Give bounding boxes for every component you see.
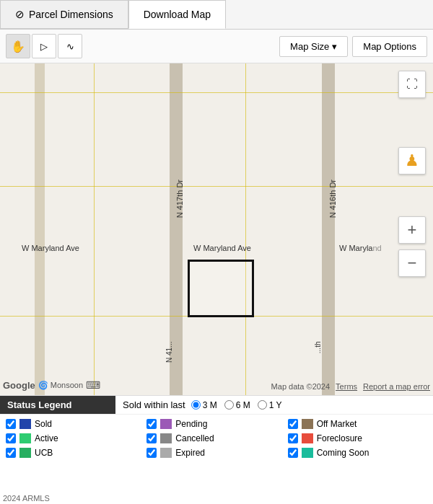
- radio-6m-label: 6 M: [236, 400, 250, 410]
- radio-1y-label: 1 Y: [269, 400, 282, 410]
- legend-label-ucb: UCB: [35, 448, 53, 458]
- legend-cb-expired[interactable]: [146, 448, 157, 458]
- map-data-text: Map data ©2024: [271, 382, 331, 391]
- sold-radio-group: 3 M 6 M 1 Y: [191, 400, 282, 410]
- map-block-mid2: [183, 63, 323, 395]
- street-label-417-bottom: N 41...: [165, 342, 173, 363]
- legend-cb-coming_soon[interactable]: [288, 448, 298, 458]
- legend-label-off_market: Off Market: [317, 419, 357, 429]
- street-label-417th: N 417th Dr: [175, 180, 184, 218]
- tool-group: ✋ ▷ ∿: [6, 34, 82, 58]
- legend-cb-active[interactable]: [6, 433, 16, 443]
- street-v-left1: [35, 63, 45, 395]
- legend-label-cancelled: Cancelled: [175, 433, 214, 443]
- map-data-bar: Map data ©2024 Terms Report a map error: [271, 382, 430, 391]
- map-block-mid1: [45, 63, 171, 395]
- map-options-label: Map Options: [363, 41, 416, 52]
- map-container: W Maryland Ave W Maryland Ave W Maryland…: [0, 63, 433, 395]
- legend-color-cancelled: [160, 433, 172, 443]
- legend-color-expired: [160, 448, 172, 458]
- legend-label-sold: Sold: [35, 419, 52, 429]
- draw-tool-button[interactable]: ∿: [58, 34, 82, 58]
- no-icon: ⊘: [15, 8, 25, 21]
- radio-6m-input[interactable]: [224, 400, 234, 410]
- map-block-left: [0, 63, 36, 395]
- report-error-link[interactable]: Report a map error: [363, 382, 430, 391]
- map-options-button[interactable]: Map Options: [352, 36, 427, 57]
- street-label-maryland-left: W Maryland Ave: [22, 244, 79, 252]
- sold-filter-label: Sold within last: [123, 399, 185, 410]
- legend-color-foreclosure: [302, 433, 313, 443]
- toolbar: ✋ ▷ ∿ Map Size ▾ Map Options: [0, 30, 433, 63]
- legend-color-active: [19, 433, 31, 443]
- legend-cb-off_market[interactable]: [288, 419, 298, 429]
- select-icon: ▷: [40, 41, 48, 52]
- block-line: [245, 63, 246, 395]
- legend-label-foreclosure: Foreclosure: [317, 433, 362, 443]
- legend-header-label: Status Legend: [0, 396, 115, 414]
- radio-3m[interactable]: 3 M: [191, 400, 217, 410]
- legend-item-ucb: UCB: [6, 446, 145, 459]
- tab-parcel-dimensions[interactable]: ⊘ Parcel Dimensions: [0, 0, 128, 29]
- map-size-label: Map Size: [290, 41, 329, 52]
- draw-icon: ∿: [66, 41, 74, 52]
- zoom-out-icon: −: [408, 254, 417, 273]
- block-line: [94, 63, 95, 395]
- radio-1y[interactable]: 1 Y: [258, 400, 282, 410]
- legend-color-sold: [19, 419, 31, 429]
- radio-6m[interactable]: 6 M: [224, 400, 250, 410]
- legend-item-active: Active: [6, 432, 145, 445]
- legend-item-off_market: Off Market: [288, 417, 427, 430]
- legend-color-coming_soon: [302, 448, 313, 458]
- zoom-out-button[interactable]: −: [398, 249, 426, 277]
- radio-3m-label: 3 M: [203, 400, 217, 410]
- legend-label-coming_soon: Coming Soon: [317, 448, 369, 458]
- toolbar-right: Map Size ▾ Map Options: [279, 36, 427, 57]
- block-line: [0, 92, 433, 93]
- legend-items-grid: Sold Pending Off Market Active Cancelled…: [0, 415, 433, 462]
- street-label-jd: ...th: [314, 342, 322, 354]
- select-tool-button[interactable]: ▷: [32, 34, 56, 58]
- legend-item-cancelled: Cancelled: [146, 432, 286, 445]
- legend-cb-ucb[interactable]: [6, 448, 16, 458]
- google-logo: Google: [3, 380, 35, 391]
- legend-label-active: Active: [35, 433, 58, 443]
- legend-label-pending: Pending: [175, 419, 207, 429]
- block-line: [0, 186, 433, 187]
- pan-tool-button[interactable]: ✋: [6, 34, 30, 58]
- legend-item-coming_soon: Coming Soon: [288, 446, 427, 459]
- keyboard-icon: ⌨: [86, 379, 100, 391]
- legend-cb-cancelled[interactable]: [146, 433, 157, 443]
- fullscreen-button[interactable]: ⛶: [398, 71, 426, 98]
- parcel-highlight-box: [188, 260, 254, 317]
- legend-cb-pending[interactable]: [146, 419, 157, 429]
- watermark: 2024 ARMLS: [0, 492, 53, 504]
- street-label-416th: N 416th Dr: [328, 180, 337, 218]
- tab-parcel-label: Parcel Dimensions: [29, 9, 113, 20]
- legend-item-expired: Expired: [146, 446, 286, 459]
- map-attribution: Google 🌀 Monsoon ⌨: [3, 379, 100, 391]
- pegman-button[interactable]: ♟: [398, 147, 426, 174]
- legend-color-ucb: [19, 448, 31, 458]
- pegman-icon: ♟: [405, 151, 419, 170]
- radio-1y-input[interactable]: [258, 400, 267, 410]
- legend-item-foreclosure: Foreclosure: [288, 432, 427, 445]
- radio-3m-input[interactable]: [191, 400, 201, 410]
- legend-item-pending: Pending: [146, 417, 286, 430]
- terms-link[interactable]: Terms: [336, 382, 357, 391]
- tab-download-map[interactable]: Download Map: [128, 0, 226, 29]
- legend-cb-foreclosure[interactable]: [288, 433, 298, 443]
- top-tabs: ⊘ Parcel Dimensions Download Map: [0, 0, 433, 30]
- street-label-maryland-right: W Maryland: [339, 244, 382, 252]
- map-controls: ⛶ ♟ + −: [398, 71, 426, 277]
- street-416th: [322, 63, 335, 395]
- legend-item-sold: Sold: [6, 417, 145, 430]
- zoom-in-icon: +: [408, 221, 417, 239]
- zoom-in-button[interactable]: +: [398, 216, 426, 244]
- map-size-button[interactable]: Map Size ▾: [279, 36, 348, 57]
- legend-color-off_market: [302, 419, 313, 429]
- fullscreen-icon: ⛶: [406, 78, 418, 91]
- legend-label-expired: Expired: [175, 448, 205, 458]
- legend-cb-sold[interactable]: [6, 419, 16, 429]
- provider-logo: 🌀 Monsoon: [38, 381, 83, 390]
